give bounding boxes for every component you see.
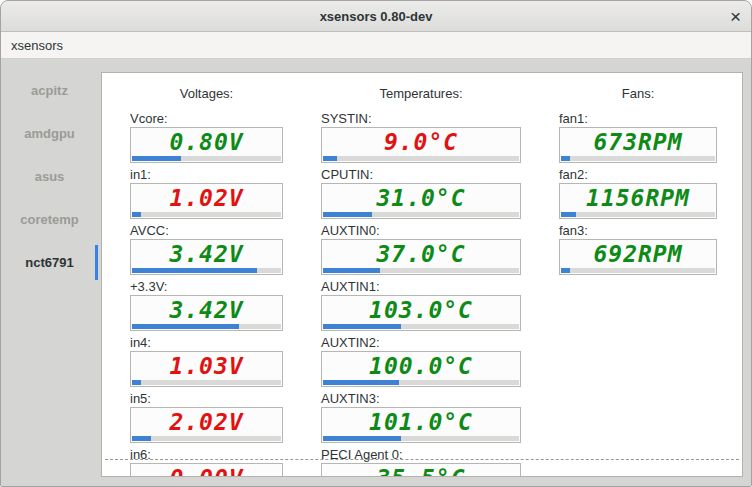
- sensor-label: Vcore:: [130, 112, 283, 125]
- sensor-label: in5:: [130, 392, 283, 405]
- sensor-display: 3.42V: [130, 239, 283, 275]
- sensor-value: 3.42V: [169, 241, 243, 267]
- sensor-fan3: fan3: 692RPM: [559, 224, 717, 275]
- sensor-cputin: CPUTIN: 31.0°C: [321, 168, 521, 219]
- sensor-progress-track: [323, 380, 519, 385]
- sensor-progress-fill: [132, 212, 141, 217]
- sensor-progress-fill: [561, 268, 570, 273]
- sensor-progress-fill: [323, 212, 372, 217]
- sensor-in1: in1: 1.02V: [130, 168, 283, 219]
- tab-amdgpu[interactable]: amdgpu: [1, 112, 98, 155]
- sensor-progress-track: [132, 156, 281, 161]
- sensor-systin: SYSTIN: 9.0°C: [321, 112, 521, 163]
- sensor-label: fan3:: [559, 224, 717, 237]
- sensor-value: 9.0°C: [384, 129, 458, 155]
- sensor-display: 35.5°C: [321, 463, 521, 477]
- sensor-progress-fill: [323, 324, 401, 329]
- sensor-peci-agent-0: PECI Agent 0: 35.5°C: [321, 448, 521, 477]
- sensor-display: 100.0°C: [321, 351, 521, 387]
- sensor-progress-track: [323, 436, 519, 441]
- sensor-progress-fill: [132, 268, 257, 273]
- fans-header: Fans:: [559, 81, 717, 101]
- sensor-label: in6:: [130, 448, 283, 461]
- sensor-progress-fill: [561, 212, 576, 217]
- sensor-value: 3.42V: [169, 297, 243, 323]
- sensor-display: 37.0°C: [321, 239, 521, 275]
- sensor-value: 31.0°C: [376, 185, 465, 211]
- sensor-value: 0.00V: [169, 465, 243, 477]
- sensor-progress-track: [561, 156, 715, 161]
- sensor-display: 31.0°C: [321, 183, 521, 219]
- tab-nct6791[interactable]: nct6791: [1, 241, 98, 284]
- sensor-vcore: Vcore: 0.80V: [130, 112, 283, 163]
- sensor-progress-track: [132, 436, 281, 441]
- fans-column: Fans: fan1: 673RPM fan2: 11: [559, 81, 717, 476]
- sensor-progress-track: [132, 324, 281, 329]
- window-title: xsensors 0.80-dev: [320, 9, 433, 24]
- sensor-panel: Voltages: Vcore: 0.80V in1:: [101, 72, 743, 477]
- sensor-value: 103.0°C: [369, 297, 473, 323]
- temperatures-header: Temperatures:: [321, 81, 521, 101]
- sensor-3v3: +3.3V: 3.42V: [130, 280, 283, 331]
- menubar: xsensors: [1, 32, 751, 59]
- sensor-label: +3.3V:: [130, 280, 283, 293]
- sensor-in4: in4: 1.03V: [130, 336, 283, 387]
- voltages-column: Voltages: Vcore: 0.80V in1:: [130, 81, 283, 476]
- sensor-label: in1:: [130, 168, 283, 181]
- tab-label: asus: [35, 169, 65, 184]
- sensor-in5: in5: 2.02V: [130, 392, 283, 443]
- sensor-value: 673RPM: [593, 129, 682, 155]
- sensor-progress-fill: [132, 324, 239, 329]
- sensor-display: 692RPM: [559, 239, 717, 275]
- sensor-progress-fill: [323, 436, 401, 441]
- sensor-progress-fill: [561, 156, 570, 161]
- sensor-label: AUXTIN1:: [321, 280, 521, 293]
- sensor-avcc: AVCC: 3.42V: [130, 224, 283, 275]
- sensor-chip-tabs: acpitz amdgpu asus coretemp nct6791: [1, 59, 98, 486]
- tab-label: nct6791: [25, 255, 73, 270]
- sensor-progress-fill: [323, 380, 399, 385]
- content-area: acpitz amdgpu asus coretemp nct6791: [1, 59, 751, 486]
- tab-label: acpitz: [31, 83, 68, 98]
- tab-coretemp[interactable]: coretemp: [1, 198, 98, 241]
- sensor-progress-fill: [132, 156, 181, 161]
- main-area: Voltages: Vcore: 0.80V in1:: [98, 59, 751, 486]
- app-window: xsensors 0.80-dev × xsensors acpitz amdg…: [0, 0, 752, 487]
- tab-acpitz[interactable]: acpitz: [1, 69, 98, 112]
- sensor-progress-track: [323, 268, 519, 273]
- sensor-progress-track: [132, 380, 281, 385]
- sensor-auxtin1: AUXTIN1: 103.0°C: [321, 280, 521, 331]
- sensor-value: 101.0°C: [369, 409, 473, 435]
- sensor-progress-fill: [132, 380, 141, 385]
- sensor-display: 103.0°C: [321, 295, 521, 331]
- close-icon[interactable]: ×: [730, 1, 741, 31]
- sensor-value: 692RPM: [593, 241, 682, 267]
- sensor-display: 1156RPM: [559, 183, 717, 219]
- sensor-progress-fill: [323, 268, 380, 273]
- sensor-label: fan2:: [559, 168, 717, 181]
- sensor-value: 1.02V: [169, 185, 243, 211]
- sensor-label: SYSTIN:: [321, 112, 521, 125]
- sensor-in6: in6: 0.00V: [130, 448, 283, 477]
- temperatures-column: Temperatures: SYSTIN: 9.0°C CPUTIN:: [321, 81, 521, 476]
- sensor-progress-track: [132, 212, 281, 217]
- titlebar: xsensors 0.80-dev ×: [1, 1, 751, 32]
- sensor-display: 673RPM: [559, 127, 717, 163]
- sensor-display: 1.02V: [130, 183, 283, 219]
- menu-xsensors[interactable]: xsensors: [1, 32, 73, 58]
- sensor-label: AUXTIN3:: [321, 392, 521, 405]
- sensor-progress-track: [323, 324, 519, 329]
- sensor-auxtin2: AUXTIN2: 100.0°C: [321, 336, 521, 387]
- tab-label: coretemp: [20, 212, 79, 227]
- sensor-progress-track: [323, 156, 519, 161]
- sensor-progress-fill: [323, 156, 337, 161]
- sensor-label: AUXTIN0:: [321, 224, 521, 237]
- tab-asus[interactable]: asus: [1, 155, 98, 198]
- sensor-label: fan1:: [559, 112, 717, 125]
- voltages-header: Voltages:: [130, 81, 283, 101]
- sensor-progress-track: [561, 212, 715, 217]
- sensor-fan1: fan1: 673RPM: [559, 112, 717, 163]
- sensor-fan2: fan2: 1156RPM: [559, 168, 717, 219]
- sensor-label: AUXTIN2:: [321, 336, 521, 349]
- sensor-auxtin3: AUXTIN3: 101.0°C: [321, 392, 521, 443]
